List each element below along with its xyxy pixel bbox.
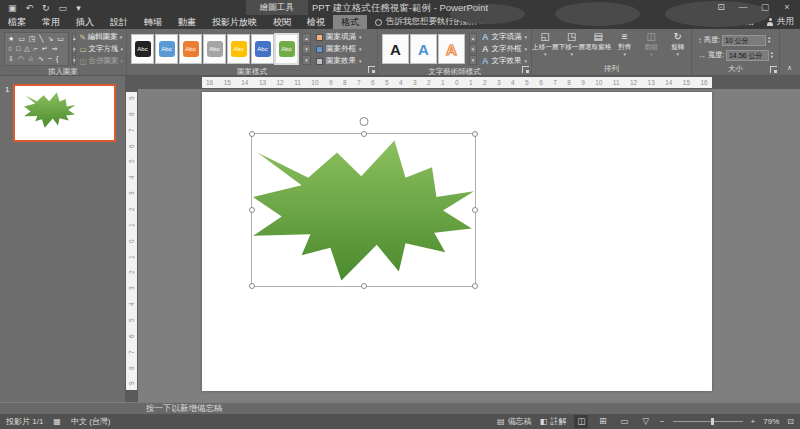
shape-style-preset[interactable]: Abc <box>251 34 274 64</box>
wordart-preset[interactable]: A <box>410 34 437 64</box>
slide-indicator[interactable]: 投影片 1/1 <box>6 416 43 427</box>
resize-handle-ne[interactable] <box>472 131 478 137</box>
collapse-ribbon-icon[interactable]: ∧ <box>787 64 792 72</box>
slide-canvas[interactable] <box>138 89 800 402</box>
slideshow-view-icon[interactable]: ▽ <box>639 415 652 428</box>
ribbon-button[interactable]: ✎ 編輯圖案 ▾ <box>79 32 123 42</box>
slide[interactable] <box>202 92 712 391</box>
zoom-out-icon[interactable]: − <box>660 417 665 426</box>
explosion-shape[interactable] <box>253 136 474 285</box>
shape-style-preset[interactable]: Abc <box>131 34 154 64</box>
scroll-up-icon[interactable]: ▴ <box>469 33 477 43</box>
shape-style-preset[interactable]: Abc <box>179 34 202 64</box>
ribbon-tab[interactable]: 插入 <box>68 15 102 29</box>
slide-thumbnail[interactable] <box>13 84 116 142</box>
resize-handle-nw[interactable] <box>249 131 255 137</box>
resize-handle-se[interactable] <box>472 283 478 289</box>
resize-handle-n[interactable] <box>361 131 367 137</box>
ribbon-tab[interactable]: 檔案 <box>0 15 34 29</box>
gallery-more-icon[interactable]: ▾ <box>302 55 311 65</box>
shape-style-preset[interactable]: Abc <box>227 34 250 64</box>
dialog-launcher-icon[interactable] <box>522 66 529 73</box>
redo-icon[interactable]: ↻ <box>42 3 50 13</box>
ribbon-button[interactable]: 圖案外框 ▾ <box>316 44 362 54</box>
close-icon[interactable]: × <box>776 0 798 15</box>
normal-view-icon[interactable]: ◫ <box>574 415 588 428</box>
height-stepper[interactable]: ▴▾ <box>768 36 770 45</box>
resize-handle-w[interactable] <box>249 207 255 213</box>
rotate-handle[interactable] <box>359 117 368 126</box>
minimize-icon[interactable]: — <box>732 0 754 15</box>
ribbon-button[interactable]: ▭ 文字方塊 ▾ <box>79 44 123 54</box>
language-indicator[interactable]: 中文 (台灣) <box>71 416 111 427</box>
undo-icon[interactable]: ↶ <box>26 3 34 13</box>
wordart-preset[interactable]: A <box>438 34 465 64</box>
ribbon-button[interactable]: ▤ 選取窗格 <box>585 29 612 63</box>
dialog-launcher-icon[interactable] <box>770 66 777 73</box>
resize-handle-sw[interactable] <box>249 283 255 289</box>
ribbon-button[interactable]: 圖案填滿 ▾ <box>316 32 362 42</box>
height-input[interactable]: 10 公分 <box>722 35 766 46</box>
zoom-in-icon[interactable]: + <box>751 417 756 426</box>
maximize-icon[interactable]: ▢ <box>754 0 776 15</box>
scroll-down-icon[interactable]: ▾ <box>469 44 477 54</box>
shape-selection-box[interactable] <box>251 133 476 287</box>
ribbon-button[interactable]: A 文字效果 ▾ <box>482 56 527 66</box>
share-button[interactable]: 共用 <box>766 16 794 28</box>
width-input[interactable]: 14.56 公分 <box>726 50 769 61</box>
ruler-number: 8 <box>567 79 571 86</box>
reading-view-icon[interactable]: ▭ <box>617 415 631 428</box>
ribbon-tab[interactable]: 格式 <box>333 15 367 29</box>
ribbon-button[interactable]: ≡ 對齊 ▾ <box>612 29 639 63</box>
scroll-down-icon[interactable]: ▾ <box>72 44 77 54</box>
ribbon-button[interactable]: ◫ 合併圖案 ▾ <box>79 56 123 66</box>
ribbon-tab[interactable]: 設計 <box>102 15 136 29</box>
shapes-gallery-row[interactable]: ⇩ ◠ ☆ ∿ ~ { <box>8 54 65 64</box>
ribbon-tab[interactable]: 常用 <box>34 15 68 29</box>
zoom-thumb[interactable] <box>711 418 714 425</box>
ribbon-button[interactable]: A 文字填滿 ▾ <box>482 32 527 42</box>
ribbon-button[interactable]: A 文字外框 ▾ <box>482 44 527 54</box>
dialog-launcher-icon[interactable] <box>368 66 375 73</box>
ruler-number: 3 <box>497 79 501 86</box>
notes-pane[interactable]: 按一下以新增備忘稿 <box>0 402 800 414</box>
fit-to-window-icon[interactable]: ⊡ <box>787 417 794 426</box>
wordart-preset[interactable]: A <box>382 34 409 64</box>
ribbon-button[interactable]: 圖案效果 ▾ <box>316 56 362 66</box>
ribbon-tab[interactable]: 檢視 <box>299 15 333 29</box>
width-stepper[interactable]: ▴▾ <box>771 51 773 60</box>
comments-toggle[interactable]: ◧ 註解 <box>540 416 567 427</box>
scroll-down-icon[interactable]: ▾ <box>302 44 311 54</box>
shape-style-preset[interactable]: Abc <box>203 34 226 64</box>
notes-toggle[interactable]: ▤ 備忘稿 <box>497 416 532 427</box>
ribbon-button[interactable]: ↻ 旋轉 ▾ <box>665 29 692 63</box>
slide-sorter-view-icon[interactable]: ⊞ <box>596 415 609 428</box>
resize-handle-e[interactable] <box>472 207 478 213</box>
gallery-more-icon[interactable]: ▾ <box>469 55 477 65</box>
shape-style-preset[interactable]: Abc <box>275 34 298 64</box>
zoom-slider[interactable] <box>673 415 743 428</box>
ruler-number: 5 <box>385 79 389 86</box>
scroll-up-icon[interactable]: ▴ <box>72 33 77 43</box>
ribbon-tab[interactable]: 投影片放映 <box>204 15 265 29</box>
start-presentation-icon[interactable]: ▭ <box>59 3 68 13</box>
shape-style-preset[interactable]: Abc <box>155 34 178 64</box>
notes-placeholder[interactable]: 按一下以新增備忘稿 <box>146 403 223 413</box>
scroll-up-icon[interactable]: ▴ <box>302 33 311 43</box>
shapes-gallery[interactable]: ★ ▭ ◳ ╲ ↘ ▭○ □ △ ⌐ ↵ ⇒⇩ ◠ ☆ ∿ ~ { <box>4 32 69 66</box>
shapes-gallery-row[interactable]: ★ ▭ ◳ ╲ ↘ ▭ <box>8 34 65 44</box>
resize-handle-s[interactable] <box>361 283 367 289</box>
accessibility-icon[interactable]: ▦ <box>53 417 61 426</box>
ribbon-tab[interactable]: 轉場 <box>136 15 170 29</box>
ribbon-display-options-icon[interactable]: ⊡ <box>710 0 732 15</box>
shapes-gallery-row[interactable]: ○ □ △ ⌐ ↵ ⇒ <box>8 44 65 54</box>
ribbon-button[interactable]: ◱ 上移一層 ▾ <box>532 29 559 63</box>
ribbon-button[interactable]: ◳ 下移一層 ▾ <box>559 29 586 63</box>
gallery-more-icon[interactable]: ▾ <box>72 55 77 65</box>
ribbon-tab[interactable]: 動畫 <box>170 15 204 29</box>
ribbon-button[interactable]: ◫ 群組 ▾ <box>638 29 665 63</box>
zoom-level[interactable]: 79% <box>763 417 779 426</box>
customize-qat-icon[interactable]: ▾ <box>76 3 81 13</box>
save-icon[interactable]: ▣ <box>8 3 17 13</box>
ribbon-tab[interactable]: 校閱 <box>265 15 299 29</box>
